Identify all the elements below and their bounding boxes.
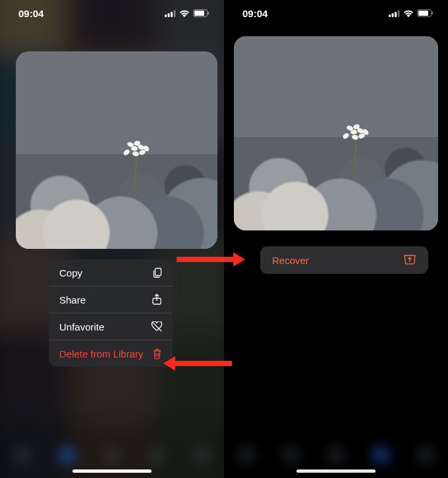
home-indicator[interactable] [296,469,376,473]
svg-rect-2 [171,12,173,17]
menu-label: Delete from Library [59,348,144,359]
menu-label: Share [59,294,86,305]
phone-screen-left: 09:04 Copy [0,0,224,478]
menu-label: Copy [59,267,82,279]
svg-rect-0 [165,14,167,17]
recover-button[interactable]: Recover [260,246,428,274]
svg-rect-11 [392,13,394,17]
home-indicator[interactable] [72,469,152,473]
copy-icon [151,267,163,279]
menu-item-share[interactable]: Share [49,286,173,313]
battery-icon [193,9,210,17]
menu-item-delete-from-library[interactable]: Delete from Library [49,340,173,367]
recover-label: Recover [272,255,309,266]
context-menu: Copy Share Unfavorite Delete from Librar… [49,259,173,367]
menu-item-copy[interactable]: Copy [49,259,173,286]
wifi-icon [179,10,190,17]
share-icon [151,294,163,305]
svg-rect-16 [432,12,434,14]
annotation-arrow-left [174,361,232,366]
photo-preview[interactable] [16,51,217,249]
heart-slash-icon [151,321,163,332]
status-icons [389,9,434,17]
svg-rect-13 [398,10,400,17]
phone-screen-right: 09:04 Recover [224,0,448,478]
svg-rect-6 [208,12,210,14]
status-bar: 09:04 [224,0,448,26]
wifi-icon [403,10,414,17]
svg-rect-7 [155,268,161,275]
status-bar: 09:04 [0,0,224,26]
photo-content-flower [336,118,376,157]
svg-rect-3 [174,10,176,17]
photo-content-flower [117,134,156,174]
svg-rect-15 [418,11,428,16]
recover-tray-icon [403,254,416,267]
svg-rect-1 [168,13,170,17]
cellular-signal-icon [389,10,400,17]
status-time: 09:04 [242,8,267,19]
trash-icon [151,348,163,359]
annotation-arrow-right [177,257,235,262]
cellular-signal-icon [165,10,176,17]
menu-item-unfavorite[interactable]: Unfavorite [49,313,173,340]
svg-rect-10 [389,14,391,17]
menu-label: Unfavorite [59,321,104,332]
battery-icon [417,9,434,17]
svg-rect-5 [194,11,204,16]
status-icons [165,9,210,17]
photo-preview[interactable] [234,36,438,230]
status-time: 09:04 [18,8,43,19]
svg-rect-12 [395,12,397,17]
